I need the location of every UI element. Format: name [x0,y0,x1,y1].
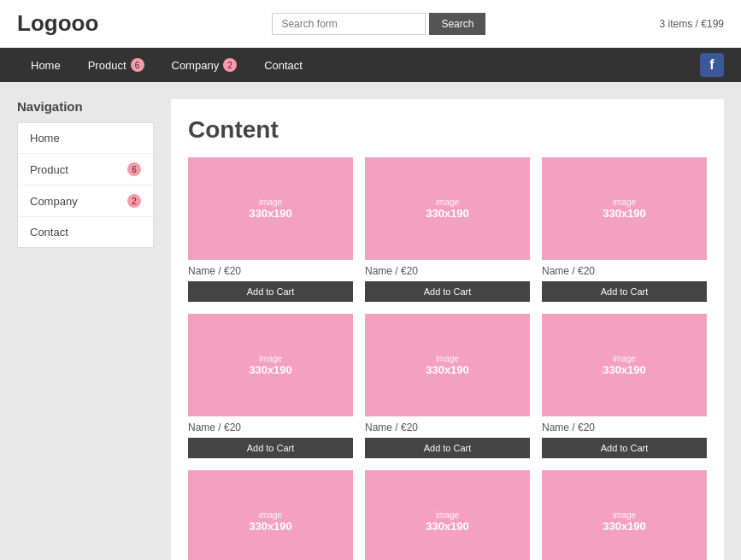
facebook-icon[interactable]: f [700,53,724,77]
product-card: image330x190Name / €20Add to Cart [365,470,530,560]
sidebar-item-contact[interactable]: Contact [18,217,153,247]
main-layout: Navigation HomeProduct6Company2Contact C… [0,82,741,560]
product-image: image330x190 [365,314,530,416]
add-to-cart-button[interactable]: Add to Cart [542,281,707,302]
image-label: image [259,197,282,207]
product-image: image330x190 [188,314,353,416]
image-label: image [613,510,636,520]
product-card: image330x190Name / €20Add to Cart [542,314,707,458]
product-image: image330x190 [188,157,353,260]
sidebar-item-product[interactable]: Product6 [18,154,153,186]
nav-item-home[interactable]: Home [17,49,74,82]
product-name: Name / €20 [542,265,707,277]
sidebar-item-label: Home [30,132,60,144]
image-label: image [436,354,459,363]
product-image: image330x190 [365,470,530,560]
nav-badge-product: 6 [131,58,144,72]
product-image: image330x190 [542,314,707,416]
product-name: Name / €20 [365,421,530,433]
product-card: image330x190Name / €20Add to Cart [542,470,707,560]
sidebar-badge-product: 6 [127,162,141,176]
sidebar-nav: HomeProduct6Company2Contact [17,122,154,248]
image-label: image [436,197,459,207]
image-size: 330x190 [249,207,292,220]
add-to-cart-button[interactable]: Add to Cart [365,438,530,458]
nav-items: HomeProduct6Company2Contact [17,48,316,82]
product-grid: image330x190Name / €20Add to Cartimage33… [188,157,707,560]
sidebar-badge-company: 2 [127,194,141,208]
sidebar-item-company[interactable]: Company2 [18,186,153,217]
search-area: Search [272,13,485,35]
search-input[interactable] [272,13,426,35]
add-to-cart-button[interactable]: Add to Cart [365,281,530,302]
image-size: 330x190 [426,207,469,220]
nav-item-contact[interactable]: Contact [250,49,316,82]
content-title: Content [188,116,707,144]
product-image: image330x190 [188,470,353,560]
sidebar-item-label: Contact [30,226,68,239]
image-label: image [436,510,459,520]
logo: Logooo [17,10,98,37]
search-button[interactable]: Search [429,13,485,35]
nav-badge-company: 2 [223,58,237,72]
cart-info: 3 items / €199 [660,18,724,30]
image-label: image [259,510,282,520]
product-card: image330x190Name / €20Add to Cart [365,314,530,458]
navbar: HomeProduct6Company2Contact f [0,48,741,82]
sidebar-title: Navigation [17,99,154,114]
product-name: Name / €20 [188,265,353,277]
image-label: image [259,354,282,363]
image-size: 330x190 [249,363,292,376]
image-size: 330x190 [603,363,646,376]
product-card: image330x190Name / €20Add to Cart [188,470,353,560]
sidebar: Navigation HomeProduct6Company2Contact [17,99,154,560]
add-to-cart-button[interactable]: Add to Cart [542,438,707,458]
product-card: image330x190Name / €20Add to Cart [365,157,530,302]
image-size: 330x190 [603,207,646,220]
sidebar-item-label: Company [30,195,78,208]
product-name: Name / €20 [365,265,530,277]
header: Logooo Search 3 items / €199 [0,0,741,48]
product-name: Name / €20 [188,421,353,433]
sidebar-item-label: Product [30,163,68,176]
image-label: image [613,197,636,207]
add-to-cart-button[interactable]: Add to Cart [188,438,353,458]
product-image: image330x190 [365,157,530,260]
image-size: 330x190 [603,520,646,533]
nav-item-company[interactable]: Company2 [158,48,251,82]
sidebar-item-home[interactable]: Home [18,123,153,154]
image-size: 330x190 [426,363,469,376]
image-label: image [613,354,636,363]
image-size: 330x190 [249,520,292,533]
nav-item-product[interactable]: Product6 [74,48,158,82]
product-image: image330x190 [542,157,707,260]
image-size: 330x190 [426,520,469,533]
add-to-cart-button[interactable]: Add to Cart [188,281,353,302]
product-card: image330x190Name / €20Add to Cart [188,157,353,302]
product-card: image330x190Name / €20Add to Cart [188,314,353,458]
product-image: image330x190 [542,470,707,560]
content-area: Content image330x190Name / €20Add to Car… [171,99,724,560]
product-name: Name / €20 [542,421,707,433]
product-card: image330x190Name / €20Add to Cart [542,157,707,302]
